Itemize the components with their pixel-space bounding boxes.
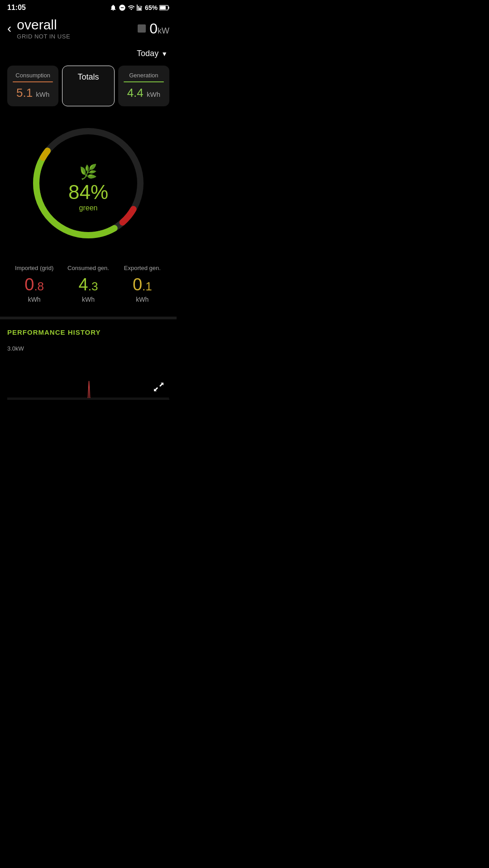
battery-icon bbox=[159, 5, 169, 10]
tab-generation[interactable]: Generation 4.4 kWh bbox=[118, 66, 169, 106]
perf-chart-svg bbox=[7, 345, 169, 399]
consumed-dec: .3 bbox=[88, 280, 98, 293]
imported-label: Imported (grid) bbox=[7, 265, 61, 271]
consumption-value: 5.1 kWh bbox=[13, 86, 53, 100]
dnd-icon bbox=[119, 4, 126, 11]
tab-totals-label: Totals bbox=[77, 72, 99, 81]
battery-label: 65% bbox=[145, 4, 158, 11]
header-title-group: overall GRID NOT IN USE bbox=[17, 17, 70, 40]
imported-dec: .8 bbox=[34, 280, 44, 293]
tab-consumption[interactable]: Consumption 5.1 kWh bbox=[7, 66, 58, 106]
leaf-icon: 🌿 bbox=[68, 163, 108, 180]
consumption-number: 5.1 bbox=[16, 86, 33, 100]
svg-rect-5 bbox=[168, 6, 169, 9]
svg-rect-1 bbox=[138, 6, 139, 11]
exported-unit: kWh bbox=[115, 296, 169, 303]
header-left: ‹ overall GRID NOT IN USE bbox=[7, 17, 70, 40]
status-icons: 65% bbox=[110, 4, 169, 11]
performance-title: PERFORMANCE HISTORY bbox=[7, 328, 169, 336]
stat-exported: Exported gen. 0.1 kWh bbox=[115, 265, 169, 303]
grid-power-value: 0 bbox=[149, 20, 158, 37]
exported-label: Exported gen. bbox=[115, 265, 169, 271]
consumed-unit: kWh bbox=[61, 296, 115, 303]
date-filter-label: Today bbox=[137, 49, 158, 58]
page-title: overall bbox=[17, 17, 70, 32]
gauge-wrapper: 🌿 84% green bbox=[25, 120, 152, 247]
grid-indicator-icon bbox=[138, 24, 146, 33]
imported-value: 0.8 bbox=[7, 276, 61, 293]
exported-value: 0.1 bbox=[115, 276, 169, 293]
imported-unit: kWh bbox=[7, 296, 61, 303]
back-button[interactable]: ‹ bbox=[7, 22, 11, 35]
stat-consumed: Consumed gen. 4.3 kWh bbox=[61, 265, 115, 303]
exported-dec: .1 bbox=[142, 280, 152, 293]
consumed-value: 4.3 bbox=[61, 276, 115, 293]
consumption-underline bbox=[13, 81, 53, 82]
grid-status: GRID NOT IN USE bbox=[17, 33, 70, 40]
grid-power-unit: kW bbox=[158, 26, 169, 36]
gauge-container: 🌿 84% green bbox=[0, 115, 177, 260]
consumed-label: Consumed gen. bbox=[61, 265, 115, 271]
svg-rect-6 bbox=[160, 6, 166, 9]
signal-icon bbox=[137, 4, 143, 11]
gauge-percent: 84% bbox=[68, 182, 108, 202]
performance-section: PERFORMANCE HISTORY 3.0kW bbox=[0, 317, 177, 399]
alarm-icon bbox=[110, 4, 117, 11]
exported-int: 0 bbox=[133, 275, 142, 294]
gauge-label: green bbox=[68, 204, 108, 212]
tab-consumption-label: Consumption bbox=[13, 72, 53, 79]
stat-imported: Imported (grid) 0.8 kWh bbox=[7, 265, 61, 303]
tab-totals[interactable]: Totals bbox=[62, 66, 114, 106]
svg-rect-3 bbox=[141, 6, 142, 11]
imported-int: 0 bbox=[24, 275, 34, 294]
status-bar: 11:05 65% bbox=[0, 0, 177, 14]
header: ‹ overall GRID NOT IN USE 0 kW bbox=[0, 14, 177, 45]
status-time: 11:05 bbox=[7, 4, 26, 12]
tab-generation-label: Generation bbox=[124, 72, 164, 79]
header-right: 0 kW bbox=[138, 20, 169, 37]
date-filter-arrow: ▼ bbox=[161, 50, 168, 57]
stats-row: Imported (grid) 0.8 kWh Consumed gen. 4.… bbox=[0, 260, 177, 317]
consumed-int: 4 bbox=[79, 275, 88, 294]
generation-number: 4.4 bbox=[127, 86, 144, 100]
wifi-icon bbox=[128, 4, 135, 11]
generation-underline bbox=[124, 81, 164, 82]
expand-icon bbox=[154, 381, 165, 392]
generation-value: 4.4 kWh bbox=[124, 86, 164, 100]
performance-chart: 3.0kW bbox=[7, 345, 169, 399]
gauge-center: 🌿 84% green bbox=[68, 163, 108, 212]
svg-rect-2 bbox=[139, 7, 140, 11]
consumption-unit: kWh bbox=[36, 90, 49, 98]
tabs-row: Consumption 5.1 kWh Totals Generation 4.… bbox=[0, 66, 177, 115]
chart-expand-button[interactable] bbox=[154, 381, 165, 394]
generation-unit: kWh bbox=[147, 90, 160, 98]
svg-rect-0 bbox=[137, 5, 138, 11]
date-filter[interactable]: Today ▼ bbox=[0, 45, 177, 66]
